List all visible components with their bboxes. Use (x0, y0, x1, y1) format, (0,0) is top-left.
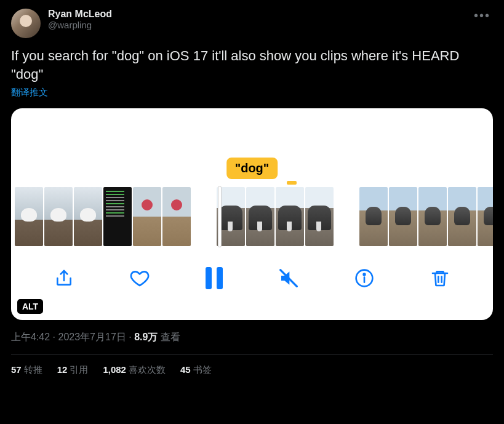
views-label: 查看 (161, 332, 180, 342)
share-icon[interactable] (54, 268, 74, 288)
views-count: 8.9万 (134, 332, 158, 342)
timeline-frame (359, 187, 388, 246)
tweet-stats: 57转推 12引用 1,082喜欢次数 45书签 (11, 354, 493, 386)
mute-icon[interactable] (279, 268, 298, 288)
clip-group-1 (15, 187, 191, 246)
timeline-frame (162, 187, 191, 246)
retweets-label: 转推 (24, 364, 42, 375)
bookmarks-stat[interactable]: 45书签 (180, 364, 212, 376)
media-card[interactable]: "dog" (11, 108, 493, 320)
likes-label: 喜欢次数 (129, 364, 166, 375)
heart-icon[interactable] (130, 268, 150, 288)
timeline-frame (448, 187, 476, 246)
timeline-frame (305, 187, 334, 246)
timeline-frame (389, 187, 417, 246)
tweet-header: Ryan McLeod @warpling ••• (11, 9, 493, 38)
quotes-label: 引用 (70, 364, 88, 375)
tweet-time[interactable]: 上午4:42 (11, 332, 50, 342)
search-term-label: "dog" (226, 158, 278, 179)
timeline-frame (418, 187, 447, 246)
alt-badge[interactable]: ALT (17, 299, 43, 314)
tweet-date[interactable]: 2023年7月17日 (58, 332, 126, 342)
timeline-frame (103, 187, 132, 246)
media-toolbar (11, 258, 493, 298)
trash-icon[interactable] (430, 268, 450, 288)
quotes-count: 12 (57, 364, 68, 375)
timeline-frame (15, 187, 43, 246)
retweets-count: 57 (11, 364, 22, 375)
pause-icon[interactable] (206, 267, 223, 289)
timeline-frame (276, 187, 304, 246)
search-term-marker (287, 181, 297, 185)
playhead[interactable] (218, 186, 222, 247)
timeline-frame (74, 187, 102, 246)
author-names[interactable]: Ryan McLeod @warpling (48, 9, 471, 30)
likes-count: 1,082 (103, 364, 126, 375)
quotes-stat[interactable]: 12引用 (57, 364, 89, 376)
timeline-frame (478, 187, 493, 246)
handle: @warpling (48, 20, 471, 30)
timeline-frame (44, 187, 73, 246)
display-name: Ryan McLeod (48, 9, 471, 20)
bookmarks-label: 书签 (193, 364, 212, 375)
clip-group-3 (359, 187, 493, 246)
more-button[interactable]: ••• (471, 9, 493, 23)
retweets-stat[interactable]: 57转推 (11, 364, 42, 376)
likes-stat[interactable]: 1,082喜欢次数 (103, 364, 166, 376)
avatar[interactable] (11, 9, 41, 38)
info-icon[interactable] (354, 268, 374, 288)
tweet-container: Ryan McLeod @warpling ••• If you search … (0, 0, 504, 386)
timeline-frame (246, 187, 274, 246)
clip-group-2 (217, 187, 334, 246)
translate-link[interactable]: 翻译推文 (11, 87, 493, 98)
timeline-frame (133, 187, 161, 246)
tweet-meta: 上午4:42 · 2023年7月17日 · 8.9万 查看 (11, 331, 493, 354)
svg-point-3 (364, 274, 366, 276)
bookmarks-count: 45 (180, 364, 191, 375)
video-timeline[interactable] (11, 187, 493, 246)
tweet-text: If you search for "dog" on iOS 17 it'll … (11, 47, 493, 83)
